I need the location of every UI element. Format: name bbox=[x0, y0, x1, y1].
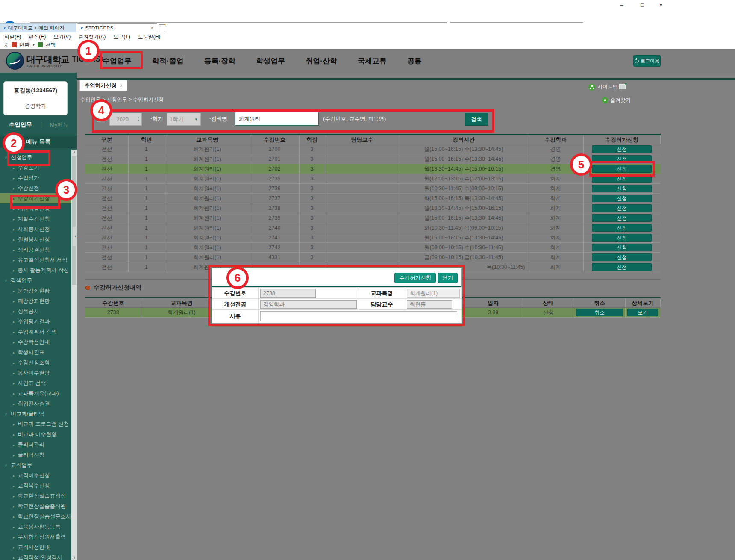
sidebar-menu-item[interactable]: ▸교육봉사활동등록 bbox=[0, 522, 77, 532]
menu-item-label[interactable]: 클리닉관리 bbox=[18, 442, 45, 448]
convert-dropdown-icon[interactable]: ▼ bbox=[32, 44, 35, 47]
menu-item-label[interactable]: 폐강강좌현황 bbox=[18, 298, 50, 304]
window-minimize-icon[interactable]: − bbox=[615, 1, 628, 9]
menu-item-label[interactable]: 학교현장실습표작성 bbox=[18, 493, 66, 499]
apply-button[interactable]: 신청 bbox=[592, 253, 652, 261]
menu-item-label[interactable]: 분반강좌현황 bbox=[18, 288, 50, 294]
sidebar-menu-item[interactable]: ▸취업전자출결 bbox=[0, 398, 77, 409]
course-row[interactable]: 전선 1 회계원리(1) 2735 3 월(12:00~13:15) 수(12:… bbox=[85, 174, 660, 184]
scroll-down-icon[interactable]: ∨ bbox=[71, 555, 77, 560]
browser-menu-item[interactable]: 즐겨찾기(A) bbox=[78, 33, 106, 41]
menu-item-label[interactable]: 생리공결신청 bbox=[18, 247, 50, 253]
menu-item-label[interactable]: 학교현장실습출석원 bbox=[18, 503, 66, 509]
sidebar-menu-item[interactable]: ▸학교현장실습출석원 bbox=[0, 501, 77, 511]
sidebar-menu-item[interactable]: ▸학교현장실습설문조사 bbox=[0, 511, 77, 522]
menu-item-label[interactable]: 무시험검정원서출력 bbox=[18, 534, 66, 540]
sidebar-menu-item[interactable]: ▸교직사정안내 bbox=[0, 542, 77, 552]
apply-button[interactable]: 신청 bbox=[592, 214, 652, 222]
browser-menu-item[interactable]: 편집(E) bbox=[29, 33, 46, 41]
sidebar-menu-item[interactable]: ▸봉사 활동계획서 작성 bbox=[0, 265, 77, 275]
favorites-label[interactable]: 즐겨찾기 bbox=[610, 97, 631, 104]
sidebar-menu-item[interactable]: ▸비교과 이수현황 bbox=[0, 429, 77, 439]
sidebar-menu-item[interactable]: ▸분반강좌현황 bbox=[0, 286, 77, 296]
course-row[interactable]: 전선 1 회계원리(1) 2739 3 월(15:00~16:15) 수(13:… bbox=[85, 213, 660, 223]
sitemap-label[interactable]: 사이트맵 bbox=[597, 83, 618, 91]
menu-item-label[interactable]: 교직사정안내 bbox=[18, 544, 50, 550]
sidebar-menu-item[interactable]: ▸성적공시 bbox=[0, 306, 77, 316]
apply-button[interactable]: 신청 bbox=[592, 145, 652, 153]
browser-menu-item[interactable]: 보기(V) bbox=[53, 33, 71, 41]
top-nav-item[interactable]: 학생업무 bbox=[256, 56, 285, 66]
menu-item-label[interactable]: 봉사이수열람 bbox=[18, 370, 50, 376]
sitemap-link[interactable]: 사이트맵 bbox=[588, 83, 618, 91]
apply-button[interactable]: 신청 bbox=[592, 244, 652, 251]
top-nav-item[interactable]: 학적·졸업 bbox=[152, 56, 184, 66]
menu-item-label[interactable]: 교육봉사활동등록 bbox=[18, 524, 61, 530]
sidebar-menu-item[interactable]: ▸생리공결신청 bbox=[0, 245, 77, 255]
course-row[interactable]: 전선 1 회계원리(1) 2700 3 월(15:00~16:15) 수(13:… bbox=[85, 144, 660, 154]
sidebar-menu-item[interactable]: ▸교과목개요(교과) bbox=[0, 388, 77, 398]
close-all-tabs-icon[interactable] bbox=[619, 84, 626, 89]
sidebar-menu-item[interactable]: ▸유고결석신청서 서식 bbox=[0, 255, 77, 265]
sidebar-menu-item[interactable]: ▸계절수강신청 bbox=[0, 214, 77, 224]
course-row[interactable]: 전선 1 회계원리(1) 2737 3 화(15:00~16:15) 목(13:… bbox=[85, 194, 660, 203]
menu-item-label[interactable]: 비교과 이수현황 bbox=[18, 431, 57, 437]
sidebar-menu-item[interactable]: ▸사회봉사신청 bbox=[0, 224, 77, 234]
menu-item-label[interactable]: 수강학점안내 bbox=[18, 339, 50, 345]
menu-item-label[interactable]: 학생시간표 bbox=[18, 349, 45, 355]
sidebar-tab-my[interactable]: My메뉴 bbox=[41, 121, 77, 129]
apply-button[interactable]: 신청 bbox=[592, 263, 652, 271]
detail-button[interactable]: 보기 bbox=[627, 309, 658, 316]
menu-item-label[interactable]: 교과목개요(교과) bbox=[18, 390, 59, 396]
cancel-button[interactable]: 취소 bbox=[576, 309, 623, 316]
apply-button[interactable]: 신청 bbox=[592, 234, 652, 242]
menu-item-label[interactable]: 비교과/클리닉 bbox=[11, 411, 44, 417]
sidebar-menu-item[interactable]: ▸봉사이수열람 bbox=[0, 368, 77, 378]
commandbar-close-icon[interactable]: X bbox=[4, 42, 7, 47]
select-button[interactable]: 선택 bbox=[45, 41, 56, 49]
sidebar-menu-item[interactable]: ▸수강신청조회 bbox=[0, 357, 77, 368]
course-row[interactable]: 전선 1 회계원리(1) 2742 3 월(09:00~10:15) 수(10:… bbox=[85, 243, 660, 253]
menu-item-label[interactable]: 사회봉사신청 bbox=[18, 226, 50, 232]
sidebar-menu-item[interactable]: ▸수강학점안내 bbox=[0, 337, 77, 347]
page-tab-close-icon[interactable]: × bbox=[120, 83, 123, 88]
window-close-icon[interactable]: × bbox=[655, 1, 667, 9]
logout-button[interactable]: 로그아웃 bbox=[633, 55, 661, 67]
page-tab-label[interactable]: 수업허가신청 bbox=[85, 82, 117, 89]
browser-menu-item[interactable]: 도움말(H) bbox=[138, 33, 161, 41]
menu-item-label[interactable]: 클리닉신청 bbox=[18, 452, 45, 458]
menu-item-label[interactable]: 시간표 검색 bbox=[18, 380, 46, 386]
browser-menu-item[interactable]: 파일(F) bbox=[4, 33, 21, 41]
menu-item-label[interactable]: 수업계획서 검색 bbox=[18, 329, 57, 335]
sidebar-menu-item[interactable]: ▸클리닉신청 bbox=[0, 450, 77, 460]
window-maximize-icon[interactable]: □ bbox=[636, 1, 649, 9]
browser-tab-label[interactable]: 대구대학교 + 메인 페이지 bbox=[8, 25, 64, 31]
menu-item-label[interactable]: 계절수강신청 bbox=[18, 216, 50, 222]
browser-tab-label[interactable]: STDTIGERS+ bbox=[85, 25, 116, 30]
new-tab-button[interactable] bbox=[159, 24, 165, 31]
sidebar-menu-item[interactable]: ▸교직복수신청 bbox=[0, 480, 77, 491]
menu-item-label[interactable]: 교직적성·인성검사 bbox=[18, 554, 62, 560]
top-nav-item[interactable]: 등록·장학 bbox=[204, 56, 236, 66]
top-nav-item[interactable]: 취업·산학 bbox=[306, 56, 337, 66]
sidebar-menu-item[interactable]: ∨검색업무 bbox=[0, 275, 77, 286]
menu-item-label[interactable]: 검색업무 bbox=[11, 277, 32, 283]
menu-item-label[interactable]: 취업전자출결 bbox=[18, 401, 50, 407]
sidebar-menu-item[interactable]: ▸무시험검정원서출력 bbox=[0, 532, 77, 542]
sidebar-menu-item[interactable]: ▸폐강강좌현황 bbox=[0, 296, 77, 306]
menu-item-label[interactable]: 헌혈봉사신청 bbox=[18, 236, 50, 242]
menu-item-label[interactable]: 교직이수신청 bbox=[18, 472, 50, 478]
sidebar-menu-item[interactable]: ▸헌혈봉사신청 bbox=[0, 234, 77, 245]
menu-item-label[interactable]: 성적공시 bbox=[18, 308, 39, 314]
top-nav-item[interactable]: 국제교류 bbox=[358, 56, 387, 66]
menu-item-label[interactable]: 수업평가결과 bbox=[18, 318, 50, 324]
sidebar-menu-item[interactable]: ▸교직이수신청 bbox=[0, 470, 77, 480]
sidebar-menu-item[interactable]: ∨교직업무 bbox=[0, 460, 77, 470]
menu-item-label[interactable]: 수업평가 bbox=[18, 175, 39, 181]
apply-button[interactable]: 신청 bbox=[592, 224, 652, 232]
sidebar-menu-item[interactable]: ▸시간표 검색 bbox=[0, 378, 77, 388]
browser-menu-item[interactable]: 도구(T) bbox=[113, 33, 130, 41]
convert-button[interactable]: 변환 bbox=[19, 41, 29, 49]
menu-item-label[interactable]: 교직복수신청 bbox=[18, 483, 50, 489]
scrollbar-thumb[interactable] bbox=[72, 156, 76, 285]
